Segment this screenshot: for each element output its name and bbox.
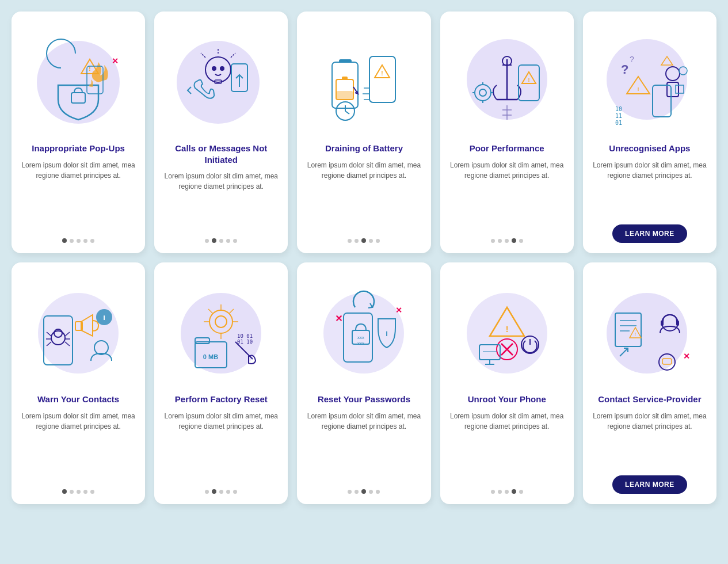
card-body: Lorem ipsum dolor sit dim amet, mea regi… [306, 160, 421, 231]
svg-point-60 [38, 293, 119, 374]
dot [83, 490, 87, 494]
illustration-unrecognised-apps: ? ? ! 10 11 01 [592, 22, 707, 137]
svg-rect-21 [337, 91, 353, 99]
dot-active [361, 489, 366, 494]
card-body: Lorem ipsum dolor sit dim amet, mea regi… [306, 411, 421, 482]
svg-text:!: ! [528, 77, 529, 83]
illustration-unroot-phone: ! [449, 273, 565, 388]
card-dots [205, 489, 237, 494]
dot [376, 239, 380, 243]
dot [498, 490, 502, 494]
card-title: Reset Your Passwords [318, 394, 410, 405]
card-reset-passwords: xxx xxx i ✕ ✕ Reset Your Passwords Lorem… [297, 262, 430, 504]
dot [519, 239, 523, 243]
dot [505, 490, 509, 494]
svg-point-0 [37, 41, 120, 124]
dot [205, 490, 209, 494]
svg-text:?: ? [621, 62, 628, 77]
card-unrecognised-apps: ? ? ! 10 11 01 Unrecognised Apps [583, 12, 716, 253]
card-body: Lorem ipsum dolor sit dim amet, mea regi… [21, 160, 136, 231]
svg-text:xxx: xxx [357, 341, 364, 346]
dot [355, 490, 359, 494]
dot [205, 239, 209, 243]
dot [519, 490, 523, 494]
card-title: Warn Your Contacts [37, 394, 119, 405]
card-body: Lorem ipsum dolor sit dim amet, mea regi… [449, 160, 565, 231]
dot [369, 239, 373, 243]
card-body: Lorem ipsum dolor sit dim amet, mea regi… [163, 411, 279, 482]
card-factory-reset: 0 MB 10 01 01 10 Perform Factory Reset L… [154, 262, 288, 504]
card-dots [491, 238, 523, 243]
illustration-reset-passwords: xxx xxx i ✕ ✕ [306, 273, 421, 388]
svg-text:10 01: 10 01 [237, 333, 253, 339]
card-body: Lorem ipsum dolor sit dim amet, mea regi… [592, 411, 707, 468]
dot [90, 239, 94, 243]
dot [83, 239, 87, 243]
dot-active [512, 489, 516, 494]
dot-active [361, 238, 366, 243]
svg-text:!: ! [637, 86, 639, 92]
svg-rect-20 [342, 77, 348, 80]
learn-more-button-2[interactable]: LEARN MORE [612, 475, 687, 494]
svg-text:01 10: 01 10 [237, 339, 253, 345]
card-dots [205, 238, 237, 243]
dot [355, 239, 359, 243]
dot [219, 239, 223, 243]
dot [376, 490, 380, 494]
dot-active [212, 238, 216, 243]
card-inappropriate-popups: ! ✕ Inappropriate Pop-Ups Lorem ipsum do… [12, 12, 145, 253]
illustration-inappropriate-popups: ! ✕ [21, 22, 136, 137]
svg-rect-117 [661, 321, 664, 326]
dot [491, 239, 495, 243]
learn-more-button[interactable]: LEARN MORE [612, 224, 687, 243]
card-title: Poor Performance [470, 143, 544, 154]
dot [226, 239, 230, 243]
card-title: Draining of Battery [325, 143, 403, 154]
card-contact-provider: ! ✕ Contact Service-Provider Lorem ipsum… [583, 262, 716, 504]
svg-text:!: ! [635, 332, 636, 336]
svg-text:✕: ✕ [395, 306, 402, 315]
dot [491, 490, 495, 494]
svg-text:01: 01 [615, 120, 622, 126]
card-title: Calls or Messages Not Initiated [163, 143, 279, 165]
svg-text:xxx: xxx [357, 335, 364, 340]
card-title: Contact Service-Provider [598, 394, 701, 405]
cards-grid: ! ✕ Inappropriate Pop-Ups Lorem ipsum do… [12, 12, 716, 504]
card-poor-performance: ! Poor Performance Lorem ipsum dolor sit… [440, 12, 574, 253]
card-title: Perform Factory Reset [175, 394, 268, 405]
dot-active [62, 238, 67, 243]
svg-text:✕: ✕ [683, 352, 690, 361]
dot-active [512, 238, 516, 243]
dot [90, 490, 94, 494]
svg-text:✕: ✕ [335, 314, 342, 323]
card-body: Lorem ipsum dolor sit dim amet, mea regi… [21, 411, 136, 482]
dot [348, 490, 352, 494]
svg-point-8 [212, 66, 216, 71]
svg-rect-18 [339, 59, 352, 63]
card-body: Lorem ipsum dolor sit dim amet, mea regi… [592, 160, 707, 217]
dot [348, 239, 352, 243]
dot [505, 239, 509, 243]
dot [233, 239, 237, 243]
card-body: Lorem ipsum dolor sit dim amet, mea regi… [449, 411, 565, 482]
svg-text:!: ! [505, 325, 508, 334]
card-body: Lorem ipsum dolor sit dim amet, mea regi… [163, 171, 279, 230]
dot [219, 490, 223, 494]
illustration-warn-contacts: i [21, 273, 136, 388]
dot [70, 490, 74, 494]
card-dots [348, 238, 380, 243]
card-calls-messages: Calls or Messages Not Initiated Lorem ip… [154, 12, 288, 253]
dot [77, 239, 81, 243]
dot [226, 490, 230, 494]
dot [233, 490, 237, 494]
dot [498, 239, 502, 243]
card-draining-battery: ! Draining of Battery Lorem ipsum dolor … [297, 12, 430, 253]
dot [369, 490, 373, 494]
dot [70, 239, 74, 243]
dot-active [212, 489, 216, 494]
svg-text:!: ! [382, 70, 383, 77]
svg-text:10: 10 [615, 106, 622, 112]
card-dots [491, 489, 523, 494]
svg-text:?: ? [630, 55, 634, 64]
card-dots [348, 489, 380, 494]
